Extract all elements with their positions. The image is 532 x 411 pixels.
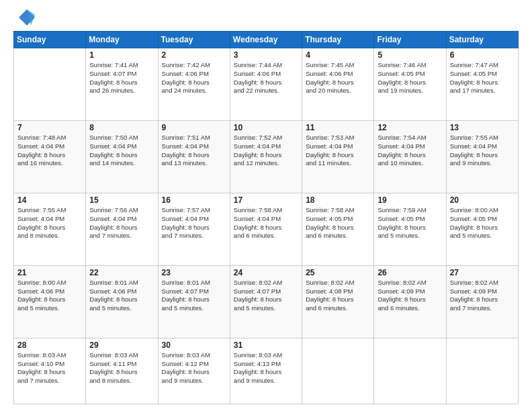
day-info: Sunrise: 7:45 AM Sunset: 4:06 PM Dayligh…: [306, 61, 370, 95]
week-row-5: 28Sunrise: 8:03 AM Sunset: 4:10 PM Dayli…: [14, 338, 519, 404]
day-number: 8: [89, 123, 154, 132]
day-info: Sunrise: 7:55 AM Sunset: 4:04 PM Dayligh…: [17, 206, 82, 240]
day-info: Sunrise: 7:58 AM Sunset: 4:05 PM Dayligh…: [306, 206, 370, 240]
day-number: 19: [378, 195, 442, 205]
day-number: 14: [17, 195, 82, 205]
week-row-2: 7Sunrise: 7:48 AM Sunset: 4:04 PM Daylig…: [14, 120, 519, 193]
day-number: 23: [162, 268, 226, 277]
day-info: Sunrise: 8:03 AM Sunset: 4:13 PM Dayligh…: [234, 351, 298, 385]
day-number: 7: [17, 123, 82, 132]
day-number: 26: [378, 268, 442, 277]
calendar-cell: 19Sunrise: 7:59 AM Sunset: 4:05 PM Dayli…: [374, 193, 446, 265]
calendar-cell: [14, 48, 86, 121]
calendar-cell: 11Sunrise: 7:53 AM Sunset: 4:04 PM Dayli…: [302, 120, 374, 193]
calendar-cell: 12Sunrise: 7:54 AM Sunset: 4:04 PM Dayli…: [374, 120, 446, 193]
calendar-cell: 27Sunrise: 8:02 AM Sunset: 4:09 PM Dayli…: [446, 265, 518, 338]
calendar-cell: 30Sunrise: 8:03 AM Sunset: 4:12 PM Dayli…: [158, 338, 230, 404]
calendar-cell: 25Sunrise: 8:02 AM Sunset: 4:08 PM Dayli…: [302, 265, 374, 338]
day-info: Sunrise: 7:48 AM Sunset: 4:04 PM Dayligh…: [17, 134, 82, 168]
logo: [13, 11, 36, 27]
day-info: Sunrise: 7:46 AM Sunset: 4:05 PM Dayligh…: [378, 61, 442, 95]
calendar-table: SundayMondayTuesdayWednesdayThursdayFrid…: [13, 31, 519, 404]
calendar-cell: 9Sunrise: 7:51 AM Sunset: 4:04 PM Daylig…: [158, 120, 230, 193]
day-info: Sunrise: 7:59 AM Sunset: 4:05 PM Dayligh…: [378, 206, 442, 240]
weekday-header-sunday: Sunday: [14, 32, 86, 48]
day-info: Sunrise: 8:03 AM Sunset: 4:12 PM Dayligh…: [162, 351, 226, 385]
day-info: Sunrise: 8:02 AM Sunset: 4:07 PM Dayligh…: [234, 279, 298, 313]
day-info: Sunrise: 7:54 AM Sunset: 4:04 PM Dayligh…: [378, 134, 442, 168]
day-number: 17: [234, 195, 298, 205]
day-info: Sunrise: 7:51 AM Sunset: 4:04 PM Dayligh…: [162, 134, 226, 168]
logo-icon: [17, 8, 36, 27]
calendar-cell: 1Sunrise: 7:41 AM Sunset: 4:07 PM Daylig…: [86, 48, 158, 121]
day-info: Sunrise: 7:44 AM Sunset: 4:06 PM Dayligh…: [234, 61, 298, 95]
day-number: 21: [17, 268, 82, 277]
day-number: 18: [306, 195, 370, 205]
week-row-1: 1Sunrise: 7:41 AM Sunset: 4:07 PM Daylig…: [14, 48, 519, 121]
page: SundayMondayTuesdayWednesdayThursdayFrid…: [0, 0, 532, 411]
weekday-header-wednesday: Wednesday: [230, 32, 302, 48]
day-number: 20: [450, 195, 515, 205]
day-info: Sunrise: 8:02 AM Sunset: 4:09 PM Dayligh…: [378, 279, 442, 313]
calendar-cell: 17Sunrise: 7:58 AM Sunset: 4:04 PM Dayli…: [230, 193, 302, 265]
calendar-cell: 31Sunrise: 8:03 AM Sunset: 4:13 PM Dayli…: [230, 338, 302, 404]
day-number: 2: [162, 50, 226, 60]
day-info: Sunrise: 7:57 AM Sunset: 4:04 PM Dayligh…: [162, 206, 226, 240]
weekday-header-monday: Monday: [86, 32, 158, 48]
weekday-header-friday: Friday: [374, 32, 446, 48]
calendar-cell: [374, 338, 446, 404]
day-info: Sunrise: 8:03 AM Sunset: 4:10 PM Dayligh…: [17, 351, 82, 385]
day-number: 3: [234, 50, 298, 60]
calendar-cell: 29Sunrise: 8:03 AM Sunset: 4:11 PM Dayli…: [86, 338, 158, 404]
day-number: 24: [234, 268, 298, 277]
day-number: 1: [89, 50, 154, 60]
day-number: 4: [306, 50, 370, 60]
weekday-header-saturday: Saturday: [446, 32, 518, 48]
calendar-cell: [446, 338, 518, 404]
header: [13, 11, 519, 27]
calendar-cell: 21Sunrise: 8:00 AM Sunset: 4:06 PM Dayli…: [14, 265, 86, 338]
calendar-cell: 8Sunrise: 7:50 AM Sunset: 4:04 PM Daylig…: [86, 120, 158, 193]
calendar-cell: 16Sunrise: 7:57 AM Sunset: 4:04 PM Dayli…: [158, 193, 230, 265]
calendar-cell: 14Sunrise: 7:55 AM Sunset: 4:04 PM Dayli…: [14, 193, 86, 265]
calendar-cell: 20Sunrise: 8:00 AM Sunset: 4:05 PM Dayli…: [446, 193, 518, 265]
day-info: Sunrise: 8:00 AM Sunset: 4:05 PM Dayligh…: [450, 206, 515, 240]
week-row-3: 14Sunrise: 7:55 AM Sunset: 4:04 PM Dayli…: [14, 193, 519, 265]
calendar-cell: 22Sunrise: 8:01 AM Sunset: 4:06 PM Dayli…: [86, 265, 158, 338]
calendar-cell: 28Sunrise: 8:03 AM Sunset: 4:10 PM Dayli…: [14, 338, 86, 404]
day-info: Sunrise: 7:56 AM Sunset: 4:04 PM Dayligh…: [89, 206, 154, 240]
day-info: Sunrise: 7:58 AM Sunset: 4:04 PM Dayligh…: [234, 206, 298, 240]
day-number: 6: [450, 50, 515, 60]
day-number: 25: [306, 268, 370, 277]
day-info: Sunrise: 8:00 AM Sunset: 4:06 PM Dayligh…: [17, 279, 82, 313]
day-info: Sunrise: 8:02 AM Sunset: 4:09 PM Dayligh…: [450, 279, 515, 313]
day-info: Sunrise: 7:53 AM Sunset: 4:04 PM Dayligh…: [306, 134, 370, 168]
day-number: 10: [234, 123, 298, 132]
day-number: 31: [234, 340, 298, 350]
calendar-cell: 18Sunrise: 7:58 AM Sunset: 4:05 PM Dayli…: [302, 193, 374, 265]
day-number: 16: [162, 195, 226, 205]
calendar-cell: 2Sunrise: 7:42 AM Sunset: 4:06 PM Daylig…: [158, 48, 230, 121]
day-number: 15: [89, 195, 154, 205]
day-number: 30: [162, 340, 226, 350]
weekday-header-thursday: Thursday: [302, 32, 374, 48]
day-number: 22: [89, 268, 154, 277]
calendar-cell: 10Sunrise: 7:52 AM Sunset: 4:04 PM Dayli…: [230, 120, 302, 193]
day-number: 12: [378, 123, 442, 132]
day-number: 27: [450, 268, 515, 277]
day-info: Sunrise: 7:47 AM Sunset: 4:05 PM Dayligh…: [450, 61, 515, 95]
calendar-cell: 24Sunrise: 8:02 AM Sunset: 4:07 PM Dayli…: [230, 265, 302, 338]
day-number: 29: [89, 340, 154, 350]
day-number: 9: [162, 123, 226, 132]
day-number: 28: [17, 340, 82, 350]
day-number: 13: [450, 123, 515, 132]
weekday-header-row: SundayMondayTuesdayWednesdayThursdayFrid…: [14, 32, 519, 48]
day-info: Sunrise: 7:41 AM Sunset: 4:07 PM Dayligh…: [89, 61, 154, 95]
day-number: 11: [306, 123, 370, 132]
calendar-cell: 26Sunrise: 8:02 AM Sunset: 4:09 PM Dayli…: [374, 265, 446, 338]
day-info: Sunrise: 7:52 AM Sunset: 4:04 PM Dayligh…: [234, 134, 298, 168]
day-info: Sunrise: 8:02 AM Sunset: 4:08 PM Dayligh…: [306, 279, 370, 313]
day-info: Sunrise: 8:03 AM Sunset: 4:11 PM Dayligh…: [89, 351, 154, 385]
calendar-cell: 23Sunrise: 8:01 AM Sunset: 4:07 PM Dayli…: [158, 265, 230, 338]
calendar-cell: 3Sunrise: 7:44 AM Sunset: 4:06 PM Daylig…: [230, 48, 302, 121]
